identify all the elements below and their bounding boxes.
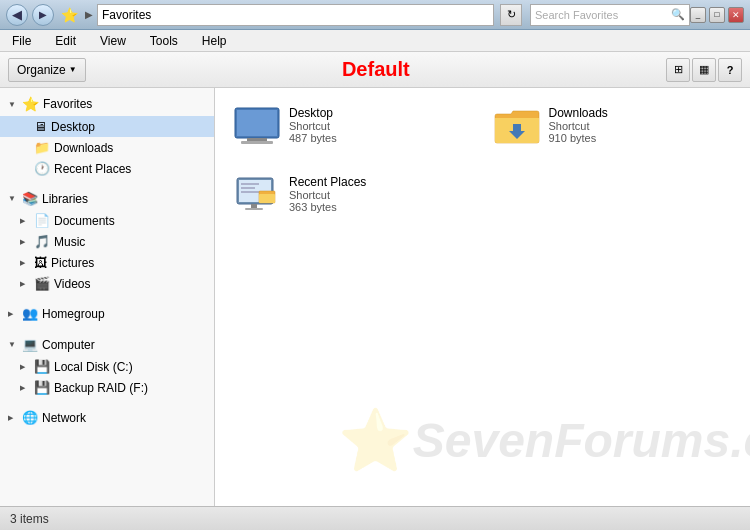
downloads-file-icon bbox=[493, 106, 541, 155]
favorites-label: Favorites bbox=[43, 97, 92, 111]
main-area: ▼ ⭐ Favorites 🖥 Desktop 📁 Downloads 🕐 Re… bbox=[0, 88, 750, 506]
desktop-file-info: Desktop Shortcut 487 bytes bbox=[289, 106, 337, 144]
documents-expand-icon: ▶ bbox=[20, 217, 30, 225]
music-expand-icon: ▶ bbox=[20, 238, 30, 246]
menu-edit[interactable]: Edit bbox=[51, 32, 80, 50]
videos-expand-icon: ▶ bbox=[20, 280, 30, 288]
svg-rect-10 bbox=[251, 204, 257, 208]
downloads-nav-icon: 📁 bbox=[34, 140, 50, 155]
toolbar: Organize ▼ Default ⊞ ▦ ? bbox=[0, 52, 750, 88]
sidebar-item-libraries[interactable]: ▼ 📚 Libraries bbox=[0, 187, 214, 210]
videos-icon: 🎬 bbox=[34, 276, 50, 291]
address-bar[interactable]: Favorites bbox=[97, 4, 494, 26]
organize-button[interactable]: Organize ▼ bbox=[8, 58, 86, 82]
divider-4 bbox=[0, 398, 214, 406]
downloads-file-type: Shortcut bbox=[549, 120, 608, 132]
desktop-file-size: 487 bytes bbox=[289, 132, 337, 144]
recent-places-file-icon bbox=[233, 175, 281, 224]
svg-rect-13 bbox=[259, 194, 275, 203]
watermark: ⭐ SevenForums.com bbox=[430, 405, 750, 476]
sidebar-item-desktop[interactable]: 🖥 Desktop bbox=[0, 116, 214, 137]
svg-rect-8 bbox=[241, 187, 255, 189]
layout-button[interactable]: ▦ bbox=[692, 58, 716, 82]
menu-file[interactable]: File bbox=[8, 32, 35, 50]
network-icon: 🌐 bbox=[22, 410, 38, 425]
pictures-label: Pictures bbox=[51, 256, 94, 270]
pictures-expand-icon: ▶ bbox=[20, 259, 30, 267]
homegroup-expand-icon: ▶ bbox=[8, 310, 18, 318]
desktop-file-name: Desktop bbox=[289, 106, 337, 120]
content-pane: Desktop Shortcut 487 bytes bbox=[215, 88, 750, 506]
sidebar-item-documents[interactable]: ▶ 📄 Documents bbox=[0, 210, 214, 231]
computer-icon: 💻 bbox=[22, 337, 38, 352]
computer-expand-icon: ▼ bbox=[8, 340, 18, 349]
watermark-text: SevenForums.com bbox=[413, 413, 750, 468]
forward-button[interactable]: ▶ bbox=[32, 4, 54, 26]
videos-label: Videos bbox=[54, 277, 90, 291]
backup-expand-icon: ▶ bbox=[20, 384, 30, 392]
sidebar-item-network[interactable]: ▶ 🌐 Network bbox=[0, 406, 214, 429]
recent-places-nav-icon: 🕐 bbox=[34, 161, 50, 176]
favorites-icon: ⭐ bbox=[22, 96, 39, 112]
backup-icon: 💾 bbox=[34, 380, 50, 395]
status-bar: 3 items bbox=[0, 506, 750, 530]
minimize-button[interactable]: _ bbox=[690, 7, 706, 23]
music-label: Music bbox=[54, 235, 85, 249]
recent-places-label: Recent Places bbox=[54, 162, 131, 176]
svg-rect-2 bbox=[247, 138, 267, 141]
refresh-button[interactable]: ↻ bbox=[500, 4, 522, 26]
item-count: 3 items bbox=[10, 512, 49, 526]
menu-view[interactable]: View bbox=[96, 32, 130, 50]
maximize-button[interactable]: □ bbox=[709, 7, 725, 23]
downloads-file-size: 910 bytes bbox=[549, 132, 608, 144]
help-button[interactable]: ? bbox=[718, 58, 742, 82]
organize-arrow-icon: ▼ bbox=[69, 65, 77, 74]
favorites-expand-icon: ▼ bbox=[8, 100, 18, 109]
sidebar-item-recent-places[interactable]: 🕐 Recent Places bbox=[0, 158, 214, 179]
view-toggle-button[interactable]: ⊞ bbox=[666, 58, 690, 82]
downloads-label: Downloads bbox=[54, 141, 113, 155]
homegroup-label: Homegroup bbox=[42, 307, 105, 321]
watermark-star-icon: ⭐ bbox=[338, 405, 413, 476]
file-item-desktop[interactable]: Desktop Shortcut 487 bytes bbox=[227, 100, 479, 161]
file-item-downloads[interactable]: Downloads Shortcut 910 bytes bbox=[487, 100, 739, 161]
recent-places-file-size: 363 bytes bbox=[289, 201, 366, 213]
divider-3 bbox=[0, 325, 214, 333]
localc-icon: 💾 bbox=[34, 359, 50, 374]
toolbar-title: Default bbox=[86, 58, 666, 81]
backup-label: Backup RAID (F:) bbox=[54, 381, 148, 395]
menu-tools[interactable]: Tools bbox=[146, 32, 182, 50]
svg-rect-7 bbox=[241, 183, 259, 185]
sidebar-item-backup[interactable]: ▶ 💾 Backup RAID (F:) bbox=[0, 377, 214, 398]
sidebar-item-homegroup[interactable]: ▶ 👥 Homegroup bbox=[0, 302, 214, 325]
homegroup-icon: 👥 bbox=[22, 306, 38, 321]
computer-label: Computer bbox=[42, 338, 95, 352]
sidebar-item-music[interactable]: ▶ 🎵 Music bbox=[0, 231, 214, 252]
sidebar-item-computer[interactable]: ▼ 💻 Computer bbox=[0, 333, 214, 356]
sidebar-item-videos[interactable]: ▶ 🎬 Videos bbox=[0, 273, 214, 294]
close-button[interactable]: ✕ bbox=[728, 7, 744, 23]
back-button[interactable]: ◀ bbox=[6, 4, 28, 26]
toolbar-right: ⊞ ▦ ? bbox=[666, 58, 742, 82]
sidebar-item-downloads[interactable]: 📁 Downloads bbox=[0, 137, 214, 158]
sidebar-item-local-c[interactable]: ▶ 💾 Local Disk (C:) bbox=[0, 356, 214, 377]
network-label: Network bbox=[42, 411, 86, 425]
downloads-file-name: Downloads bbox=[549, 106, 608, 120]
menu-help[interactable]: Help bbox=[198, 32, 231, 50]
pictures-icon: 🖼 bbox=[34, 255, 47, 270]
svg-rect-3 bbox=[241, 141, 273, 144]
music-icon: 🎵 bbox=[34, 234, 50, 249]
svg-rect-11 bbox=[245, 208, 263, 210]
sidebar-item-favorites[interactable]: ▼ ⭐ Favorites bbox=[0, 92, 214, 116]
favorites-star-icon: ⭐ bbox=[61, 7, 78, 23]
sidebar-item-pictures[interactable]: ▶ 🖼 Pictures bbox=[0, 252, 214, 273]
localc-expand-icon: ▶ bbox=[20, 363, 30, 371]
documents-icon: 📄 bbox=[34, 213, 50, 228]
address-text: Favorites bbox=[102, 8, 151, 22]
divider-2 bbox=[0, 294, 214, 302]
window-controls: _ □ ✕ bbox=[690, 7, 744, 23]
documents-label: Documents bbox=[54, 214, 115, 228]
file-item-recent-places[interactable]: Recent Places Shortcut 363 bytes bbox=[227, 169, 479, 230]
recent-places-file-name: Recent Places bbox=[289, 175, 366, 189]
search-bar[interactable]: Search Favorites 🔍 bbox=[530, 4, 690, 26]
